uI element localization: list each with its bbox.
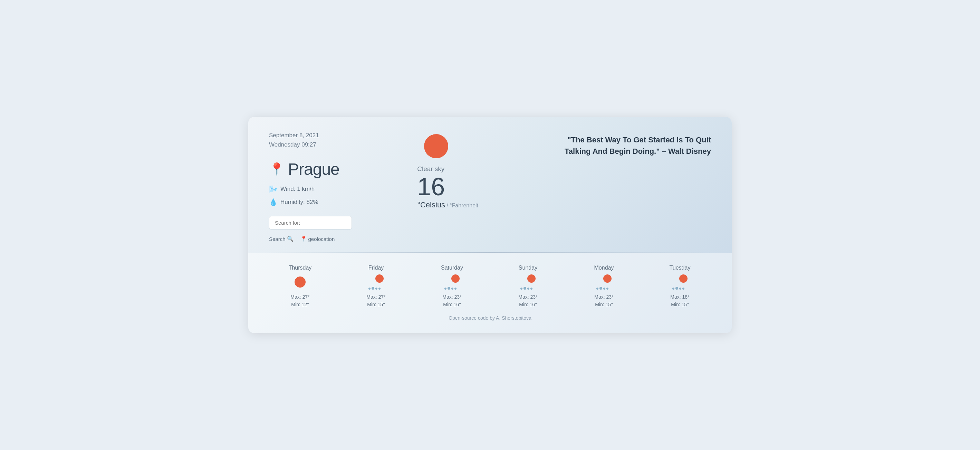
cloud-dots-icon bbox=[672, 287, 684, 290]
left-panel: September 8, 2021 Wednesday 09:27 📍 Prag… bbox=[269, 131, 403, 242]
cloud-dot bbox=[679, 287, 681, 290]
cloud-dot bbox=[530, 287, 533, 290]
right-panel: "The Best Way To Get Started Is To Quit … bbox=[543, 131, 711, 157]
wind-icon: 🌬️ bbox=[269, 185, 278, 193]
pin-icon: 📍 bbox=[269, 162, 285, 177]
humidity-row: 💧 Humidity: 82% bbox=[269, 198, 403, 206]
partly-cloudy-icon bbox=[596, 274, 612, 290]
small-sun-icon bbox=[527, 274, 536, 283]
forecast-day: TuesdayMax: 18°Min: 15° bbox=[642, 261, 718, 312]
cloud-dot bbox=[444, 287, 447, 290]
temp-range: Max: 27°Min: 15° bbox=[366, 293, 385, 309]
cloud-dot bbox=[675, 287, 678, 290]
forecast-section: ThursdayMax: 27°Min: 12°FridayMax: 27°Mi… bbox=[248, 253, 732, 334]
partly-cloudy-icon bbox=[368, 274, 384, 290]
cloud-dot bbox=[672, 287, 675, 290]
forecast-day: SundayMax: 23°Min: 16° bbox=[490, 261, 566, 312]
search-icon: 🔍 bbox=[287, 236, 294, 242]
footer-credit: Open-source code by A. Sherstobitova bbox=[248, 312, 732, 326]
sun-circle-icon bbox=[294, 276, 305, 287]
forecast-icon bbox=[292, 274, 309, 290]
cloud-dots-icon bbox=[597, 287, 608, 290]
small-sun-icon bbox=[451, 274, 460, 283]
cloud-dot bbox=[447, 287, 450, 290]
temp-range: Max: 23°Min: 15° bbox=[594, 293, 613, 309]
cloud-dots-icon bbox=[520, 287, 533, 290]
center-panel: Clear sky 16 °Celsius / °Fahrenheit bbox=[417, 131, 529, 209]
fahrenheit-unit[interactable]: °Fahrenheit bbox=[450, 203, 478, 209]
cloud-dots-icon bbox=[444, 287, 457, 290]
cloud-dot bbox=[523, 287, 526, 290]
forecast-day: SaturdayMax: 23°Min: 16° bbox=[414, 261, 490, 312]
weather-description: Clear sky bbox=[417, 165, 444, 173]
forecast-day: MondayMax: 23°Min: 15° bbox=[566, 261, 642, 312]
forecast-icon bbox=[520, 274, 536, 290]
day-label: Sunday bbox=[519, 265, 537, 271]
temp-range: Max: 23°Min: 16° bbox=[442, 293, 461, 309]
cloud-dot bbox=[603, 287, 605, 290]
quote-text: "The Best Way To Get Started Is To Quit … bbox=[545, 134, 711, 157]
time-text: Wednesday 09:27 bbox=[269, 140, 403, 149]
geolocation-button[interactable]: 📍 geolocation bbox=[301, 236, 335, 242]
day-label: Friday bbox=[368, 265, 383, 271]
celsius-unit[interactable]: °Celsius bbox=[417, 201, 445, 209]
top-section: September 8, 2021 Wednesday 09:27 📍 Prag… bbox=[248, 117, 732, 252]
geo-pin-icon: 📍 bbox=[301, 236, 307, 242]
cloud-dot bbox=[606, 287, 608, 290]
temp-range: Max: 18°Min: 15° bbox=[670, 293, 689, 309]
cloud-dot bbox=[368, 287, 371, 290]
search-input[interactable] bbox=[269, 216, 352, 230]
date-text: September 8, 2021 bbox=[269, 131, 403, 140]
partly-cloudy-icon bbox=[671, 274, 688, 290]
partly-cloudy-icon bbox=[520, 274, 536, 290]
forecast-day: ThursdayMax: 27°Min: 12° bbox=[262, 261, 338, 312]
small-sun-icon bbox=[603, 274, 612, 283]
cloud-dot bbox=[375, 287, 377, 290]
small-sun-icon bbox=[679, 274, 687, 283]
day-label: Monday bbox=[594, 265, 614, 271]
unit-divider: / bbox=[447, 202, 448, 209]
date-block: September 8, 2021 Wednesday 09:27 bbox=[269, 131, 403, 149]
weather-card: September 8, 2021 Wednesday 09:27 📍 Prag… bbox=[248, 117, 732, 334]
day-label: Tuesday bbox=[670, 265, 690, 271]
day-label: Saturday bbox=[441, 265, 463, 271]
cloud-dots-icon bbox=[368, 287, 380, 290]
partly-cloudy-icon bbox=[444, 274, 460, 290]
sun-icon bbox=[424, 134, 448, 158]
geo-label: geolocation bbox=[309, 236, 335, 242]
cloud-dot bbox=[451, 287, 453, 290]
forecast-grid: ThursdayMax: 27°Min: 12°FridayMax: 27°Mi… bbox=[248, 261, 732, 312]
city-row: 📍 Prague bbox=[269, 160, 403, 179]
forecast-icon bbox=[596, 274, 612, 290]
cloud-dot bbox=[372, 287, 374, 290]
search-button[interactable]: Search 🔍 bbox=[269, 236, 294, 242]
temp-range: Max: 27°Min: 12° bbox=[290, 293, 309, 309]
wind-label: Wind: 1 km/h bbox=[280, 186, 315, 193]
forecast-icon bbox=[444, 274, 460, 290]
city-name: Prague bbox=[288, 160, 339, 179]
forecast-icon bbox=[671, 274, 688, 290]
small-sun-icon bbox=[375, 274, 383, 283]
cloud-dot bbox=[682, 287, 684, 290]
temperature-value: 16 bbox=[417, 174, 445, 199]
cloud-dot bbox=[379, 287, 380, 290]
cloud-dot bbox=[455, 287, 457, 290]
cloud-dot bbox=[600, 287, 602, 290]
temp-range: Max: 23°Min: 16° bbox=[518, 293, 537, 309]
search-actions: Search 🔍 📍 geolocation bbox=[269, 236, 403, 242]
humidity-label: Humidity: 82% bbox=[280, 199, 318, 206]
wind-row: 🌬️ Wind: 1 km/h bbox=[269, 185, 403, 193]
day-label: Thursday bbox=[289, 265, 312, 271]
forecast-day: FridayMax: 27°Min: 15° bbox=[338, 261, 414, 312]
forecast-icon bbox=[368, 274, 384, 290]
cloud-dot bbox=[520, 287, 522, 290]
search-label: Search bbox=[269, 236, 286, 242]
humidity-icon: 💧 bbox=[269, 198, 278, 206]
cloud-dot bbox=[597, 287, 598, 290]
cloud-dot bbox=[527, 287, 529, 290]
unit-row: °Celsius / °Fahrenheit bbox=[417, 201, 478, 209]
